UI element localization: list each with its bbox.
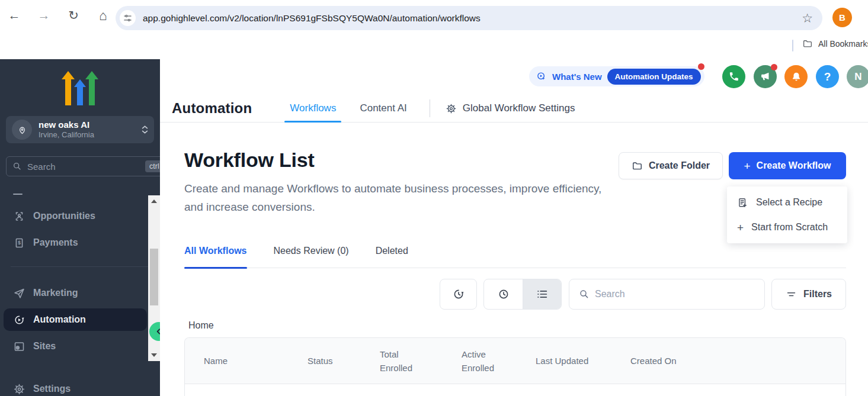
bookmarks-folder-icon bbox=[802, 38, 813, 49]
location-switcher[interactable]: new oaks AI Irvine, California bbox=[6, 116, 154, 143]
menu-item-select-recipe[interactable]: Select a Recipe bbox=[727, 190, 847, 215]
phone-button[interactable] bbox=[722, 65, 745, 88]
browser-toolbar: ← → ↻ ⌂ app.gohighlevel.com/v2/location/… bbox=[0, 0, 868, 36]
column-active-enrolled: Active Enrolled bbox=[462, 338, 501, 384]
history-icon bbox=[452, 288, 465, 301]
whats-new-label: What's New bbox=[552, 72, 602, 82]
marketing-icon bbox=[13, 287, 25, 300]
breadcrumb[interactable]: Home bbox=[188, 320, 214, 331]
workflow-table: Name Status Total Enrolled Active Enroll… bbox=[184, 337, 846, 396]
home-icon[interactable]: ⌂ bbox=[95, 7, 111, 24]
all-bookmarks-label: All Bookmarks bbox=[818, 39, 868, 49]
notification-dot bbox=[698, 63, 704, 70]
create-workflow-menu: Select a Recipe + Start from Scratch bbox=[727, 186, 847, 243]
announcements-button[interactable] bbox=[754, 65, 777, 88]
partial-menu-item bbox=[13, 194, 23, 195]
question-icon: ? bbox=[824, 70, 831, 83]
recipe-icon bbox=[737, 197, 748, 208]
folder-icon bbox=[632, 160, 643, 172]
url-text[interactable]: app.gohighlevel.com/v2/location/lnPS691g… bbox=[143, 13, 802, 24]
plus-icon: + bbox=[737, 222, 744, 233]
menu-item-label: Select a Recipe bbox=[756, 197, 822, 208]
scrollbar-thumb[interactable] bbox=[150, 249, 158, 305]
sidebar-item-opportunities[interactable]: Opportunities bbox=[4, 205, 147, 227]
column-last-updated: Last Updated bbox=[536, 338, 588, 384]
sidebar-item-label: Payments bbox=[33, 237, 78, 248]
menu-item-start-from-scratch[interactable]: + Start from Scratch bbox=[727, 215, 847, 240]
column-total-enrolled: Total Enrolled bbox=[380, 338, 419, 384]
reload-icon[interactable]: ↻ bbox=[65, 7, 82, 24]
gear-icon bbox=[446, 103, 457, 114]
table-header: Name Status Total Enrolled Active Enroll… bbox=[185, 338, 845, 384]
plus-icon: + bbox=[744, 160, 750, 172]
chevron-updown-icon bbox=[142, 125, 148, 134]
star-icon[interactable]: ☆ bbox=[802, 12, 813, 24]
scroll-up-arrow-icon[interactable] bbox=[151, 199, 157, 203]
back-arrow-icon[interactable]: ← bbox=[6, 7, 23, 24]
header-divider bbox=[430, 99, 430, 117]
help-button[interactable]: ? bbox=[816, 65, 839, 88]
notifications-button[interactable] bbox=[784, 65, 808, 88]
create-workflow-button[interactable]: + Create Workflow bbox=[729, 152, 846, 179]
list-view-button[interactable] bbox=[523, 279, 561, 309]
notification-dot bbox=[771, 64, 777, 70]
create-folder-button[interactable]: Create Folder bbox=[619, 152, 723, 179]
page-title: Automation bbox=[172, 100, 252, 117]
menu-item-label: Start from Scratch bbox=[751, 222, 828, 233]
execution-logs-button[interactable] bbox=[440, 279, 477, 310]
sidebar-item-settings[interactable]: Settings bbox=[4, 378, 147, 396]
whats-new-button[interactable]: What's New Automation Updates bbox=[529, 66, 704, 86]
bookmarks-divider bbox=[792, 40, 793, 51]
svg-text:$: $ bbox=[18, 240, 21, 246]
sidebar-item-label: Sites bbox=[33, 341, 56, 352]
payments-icon: $ bbox=[13, 237, 25, 249]
list-view-icon bbox=[536, 288, 549, 301]
sidebar-item-marketing[interactable]: Marketing bbox=[4, 282, 147, 304]
play-circle-icon bbox=[536, 71, 547, 82]
workflow-search[interactable] bbox=[569, 279, 765, 310]
sidebar-item-automation[interactable]: Automation bbox=[4, 308, 147, 331]
global-workflow-settings-link[interactable]: Global Workflow Settings bbox=[446, 102, 575, 114]
bookmarks-bar: All Bookmarks bbox=[0, 36, 868, 57]
tab-all-workflows[interactable]: All Workflows bbox=[184, 246, 247, 268]
bell-icon bbox=[790, 71, 802, 83]
tune-icon[interactable] bbox=[120, 10, 136, 26]
page-header: Automation Workflows Content AI Global W… bbox=[160, 95, 868, 123]
workflow-search-input[interactable] bbox=[595, 289, 755, 300]
all-bookmarks-button[interactable]: All Bookmarks bbox=[802, 38, 868, 49]
recent-view-button[interactable] bbox=[484, 279, 523, 309]
browser-profile-avatar[interactable]: B bbox=[832, 8, 852, 27]
tab-workflows[interactable]: Workflows bbox=[290, 95, 336, 123]
sidebar-item-label: Marketing bbox=[33, 288, 78, 298]
tab-needs-review[interactable]: Needs Review (0) bbox=[274, 246, 349, 268]
sidebar-item-sites[interactable]: Sites bbox=[4, 335, 147, 358]
create-folder-label: Create Folder bbox=[649, 160, 710, 171]
automation-updates-badge[interactable]: Automation Updates bbox=[607, 69, 701, 85]
filters-button[interactable]: Filters bbox=[771, 279, 846, 310]
screen: ← → ↻ ⌂ app.gohighlevel.com/v2/location/… bbox=[0, 0, 868, 396]
sidebar-divider bbox=[11, 266, 148, 267]
account-name: new oaks AI bbox=[39, 120, 142, 130]
workflow-tabs: All Workflows Needs Review (0) Deleted bbox=[184, 246, 846, 268]
scroll-down-arrow-icon[interactable] bbox=[151, 353, 157, 357]
filters-label: Filters bbox=[803, 289, 832, 300]
sites-icon bbox=[13, 340, 25, 353]
avatar-initial: N bbox=[854, 71, 861, 83]
tab-content-ai[interactable]: Content AI bbox=[360, 95, 406, 123]
sidebar-item-payments[interactable]: $ Payments bbox=[4, 231, 147, 254]
filter-icon bbox=[786, 289, 797, 300]
forward-arrow-icon[interactable]: → bbox=[36, 7, 52, 24]
address-bar[interactable]: app.gohighlevel.com/v2/location/lnPS691g… bbox=[116, 6, 822, 30]
phone-icon bbox=[728, 71, 739, 82]
user-avatar[interactable]: N bbox=[847, 65, 868, 88]
view-toggle-group bbox=[483, 279, 562, 310]
sidebar-search[interactable]: ctrl K bbox=[6, 156, 175, 176]
sidebar-search-input[interactable] bbox=[27, 162, 145, 172]
tab-deleted[interactable]: Deleted bbox=[376, 246, 408, 268]
opportunities-icon bbox=[13, 210, 25, 223]
search-icon bbox=[12, 162, 22, 171]
gohighlevel-logo-icon bbox=[62, 71, 98, 105]
main-content: What's New Automation Updates ? N Automa… bbox=[160, 59, 868, 396]
location-pin-icon bbox=[12, 120, 32, 140]
column-created-on: Created On bbox=[630, 338, 677, 384]
